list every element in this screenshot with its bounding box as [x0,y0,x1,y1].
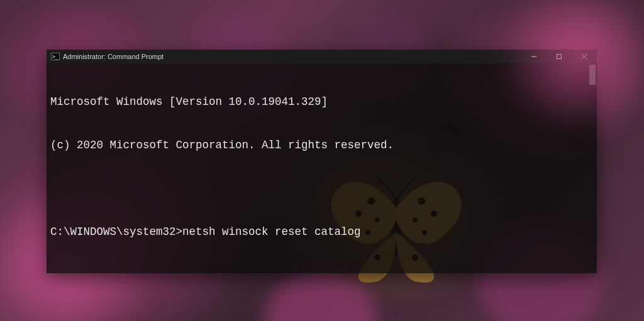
minimize-icon [531,53,537,60]
terminal-line: (c) 2020 Microsoft Corporation. All righ… [50,138,592,153]
scroll-thumb[interactable] [589,65,596,85]
terminal-blank-line [50,182,592,196]
svg-line-15 [582,54,587,59]
close-icon [581,53,587,60]
terminal-output[interactable]: Microsoft Windows [Version 10.0.19041.32… [47,63,597,273]
desktop-wallpaper: >_ Administrator: Command Prompt [0,0,644,321]
close-button[interactable] [572,50,597,63]
cmd-icon: >_ [50,52,60,62]
command-prompt-window: >_ Administrator: Command Prompt [47,50,597,273]
scrollbar[interactable] [588,63,597,273]
terminal-prompt-line: C:\WINDOWS\system32>netsh winsock reset … [50,225,592,239]
titlebar[interactable]: >_ Administrator: Command Prompt [47,50,597,63]
prompt-path: C:\WINDOWS\system32> [50,226,182,238]
maximize-icon [556,53,562,60]
window-title: Administrator: Command Prompt [63,53,164,60]
svg-text:>_: >_ [52,54,58,60]
svg-line-16 [582,54,587,59]
svg-rect-14 [557,55,562,59]
wallpaper-blur [264,270,377,321]
terminal-blank-line [50,268,592,273]
minimize-button[interactable] [521,50,547,63]
terminal-line: Microsoft Windows [Version 10.0.19041.32… [50,95,592,109]
prompt-command: netsh winsock reset catalog [182,226,361,238]
maximize-button[interactable] [547,50,572,63]
